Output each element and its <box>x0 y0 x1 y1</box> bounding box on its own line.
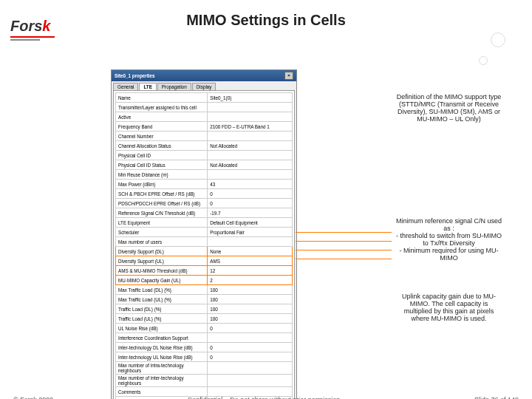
field-value[interactable]: 0 <box>208 343 293 352</box>
field-value[interactable]: 100 <box>208 304 293 314</box>
field-value[interactable] <box>208 170 293 180</box>
connector <box>296 232 392 233</box>
field-value[interactable] <box>208 151 293 160</box>
field-value[interactable]: 100 <box>208 314 293 324</box>
table-row: Frequency Band2100 FDD – E-UTRA Band 1 <box>116 122 293 132</box>
field-label: Diversity Support (UL) <box>116 256 208 266</box>
table-row: SchedulerProportional Fair <box>116 228 293 237</box>
field-label: SCH & PBCH EPRE Offset / RS (dB) <box>116 189 208 199</box>
table-row: Max number of users <box>116 237 293 247</box>
table-row: UL Noise Rise (dB)0 <box>116 324 293 333</box>
field-label: Max Power (dBm) <box>116 180 208 189</box>
field-value[interactable]: 2 <box>208 276 293 285</box>
table-row: Max Power (dBm)43 <box>116 180 293 189</box>
field-label: Physical Cell ID <box>116 151 208 160</box>
table-row: SCH & PBCH EPRE Offset / RS (dB)0 <box>116 189 293 199</box>
field-label: Frequency Band <box>116 122 208 132</box>
footer-confidential: Confidential – Do not share without prio… <box>188 396 341 399</box>
field-label: Diversity Support (DL) <box>116 247 208 256</box>
field-label: Interference Coordination Support <box>116 333 208 343</box>
properties-dialog: Site0_1 properties × GeneralLTEPropagati… <box>111 69 297 399</box>
field-label: Reference Signal C/N Threshold (dB) <box>116 208 208 218</box>
field-label: AMS & MU-MIMO Threshold (dB) <box>116 266 208 276</box>
table-row: Interference Coordination Support <box>116 333 293 343</box>
table-row: Diversity Support (UL)AMS <box>116 256 293 266</box>
field-value[interactable]: Default Cell Equipment <box>208 218 293 228</box>
field-value[interactable]: 0 <box>208 324 293 333</box>
field-label: Traffic Load (UL) (%) <box>116 314 208 324</box>
field-value[interactable]: 43 <box>208 180 293 189</box>
page-title: MIMO Settings in Cells <box>0 12 532 29</box>
field-value[interactable] <box>208 387 293 397</box>
field-label: Traffic Load (DL) (%) <box>116 304 208 314</box>
field-value[interactable] <box>208 375 293 387</box>
field-value[interactable]: 12 <box>208 266 293 276</box>
field-value[interactable]: Proportional Fair <box>208 228 293 237</box>
callout-ul-gain: Uplink capacity gain due to MU-MIMO. The… <box>395 293 502 322</box>
callout-min-ref: Minimum reference signal C/N used as : -… <box>395 217 502 262</box>
table-row: Physical Cell ID <box>116 151 293 160</box>
brand-logo: Forsk <box>10 18 55 42</box>
field-label: Channel Allocation Status <box>116 141 208 151</box>
field-value[interactable] <box>208 103 293 112</box>
field-value[interactable]: Not Allocated <box>208 141 293 151</box>
field-value[interactable]: 0 <box>208 189 293 199</box>
callout-mimo-type: Definition of the MIMO support type (STT… <box>395 93 502 123</box>
field-value[interactable]: 100 <box>208 295 293 304</box>
field-value[interactable] <box>208 362 293 375</box>
table-row: Transmitter/Layer assigned to this cell <box>116 103 293 112</box>
field-label: Scheduler <box>116 228 208 237</box>
table-row: LTE EquipmentDefault Cell Equipment <box>116 218 293 228</box>
table-row: Active <box>116 112 293 122</box>
table-row: Max number of intra-technology neighbour… <box>116 362 293 375</box>
footer-copyright: © Forsk 2009 <box>13 396 53 399</box>
field-label: Max Traffic Load (UL) (%) <box>116 295 208 304</box>
field-label: Comments <box>116 387 208 397</box>
table-row: Min Reuse Distance (m) <box>116 170 293 180</box>
field-label: Transmitter/Layer assigned to this cell <box>116 103 208 112</box>
table-row: Max number of inter-technology neighbour… <box>116 375 293 387</box>
table-row: Channel Allocation StatusNot Allocated <box>116 141 293 151</box>
decor-circle <box>491 33 505 47</box>
field-value[interactable]: AMS <box>208 256 293 266</box>
table-row: Traffic Load (UL) (%)100 <box>116 314 293 324</box>
field-label: Max number of intra-technology neighbour… <box>116 362 208 375</box>
tab-lte[interactable]: LTE <box>139 83 156 90</box>
field-value[interactable]: Not Allocated <box>208 160 293 170</box>
field-value[interactable]: 0 <box>208 352 293 362</box>
table-row: Physical Cell ID StatusNot Allocated <box>116 160 293 170</box>
field-label: Physical Cell ID Status <box>116 160 208 170</box>
field-label: LTE Equipment <box>116 218 208 228</box>
table-row: Max Traffic Load (DL) (%)100 <box>116 285 293 295</box>
tab-display[interactable]: Display <box>192 83 216 90</box>
table-row: NameSite0_1(0) <box>116 93 293 103</box>
dialog-titlebar: Site0_1 properties × <box>112 70 296 81</box>
table-row: PDSCH/PDCCH EPRE Offset / RS (dB)0 <box>116 199 293 208</box>
table-row: Reference Signal C/N Threshold (dB)-19.7 <box>116 208 293 218</box>
field-label: Max Traffic Load (DL) (%) <box>116 285 208 295</box>
tab-general[interactable]: General <box>113 83 138 90</box>
table-row: AMS & MU-MIMO Threshold (dB)12 <box>116 266 293 276</box>
decor-circle <box>479 56 488 65</box>
field-value[interactable] <box>208 237 293 247</box>
field-value[interactable]: 2100 FDD – E-UTRA Band 1 <box>208 122 293 132</box>
field-label: Inter-technology UL Noise Rise (dB) <box>116 352 208 362</box>
table-row: Max Traffic Load (UL) (%)100 <box>116 295 293 304</box>
field-label: Max number of inter-technology neighbour… <box>116 375 208 387</box>
table-row: MU-MIMO Capacity Gain (UL)2 <box>116 276 293 285</box>
field-label: Channel Number <box>116 132 208 141</box>
connector <box>296 241 392 242</box>
field-value[interactable] <box>208 112 293 122</box>
field-value[interactable]: 100 <box>208 285 293 295</box>
table-row: Diversity Support (DL)None <box>116 247 293 256</box>
field-label: MU-MIMO Capacity Gain (UL) <box>116 276 208 285</box>
field-value[interactable]: Site0_1(0) <box>208 93 293 103</box>
close-icon[interactable]: × <box>284 72 293 80</box>
field-value[interactable] <box>208 333 293 343</box>
field-value[interactable]: None <box>208 247 293 256</box>
table-row: Inter-technology UL Noise Rise (dB)0 <box>116 352 293 362</box>
field-value[interactable]: 0 <box>208 199 293 208</box>
field-value[interactable]: -19.7 <box>208 208 293 218</box>
tab-propagation[interactable]: Propagation <box>157 83 191 90</box>
field-value[interactable] <box>208 132 293 141</box>
